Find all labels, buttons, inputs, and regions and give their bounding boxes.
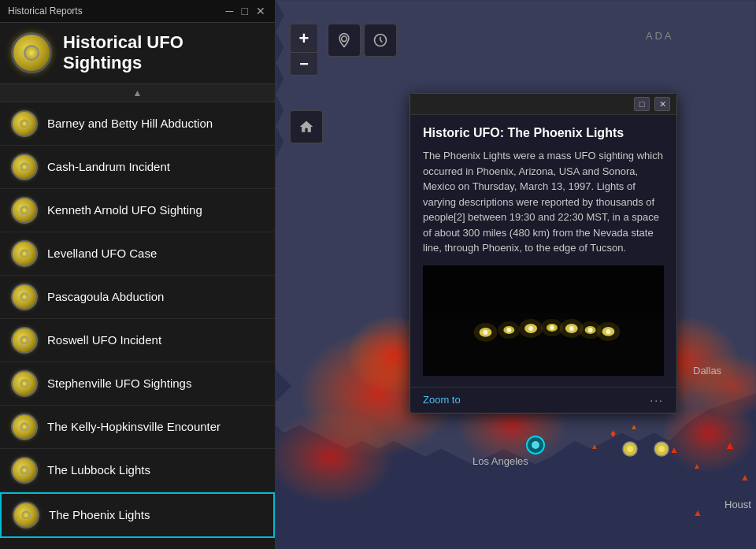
svg-text:▲: ▲ — [693, 507, 702, 518]
list-item-cash-landrum[interactable]: Cash-Landrum Incident — [0, 146, 275, 189]
item-icon-cash-landrum — [11, 154, 38, 180]
map-icon-toolbar — [328, 24, 397, 57]
item-label-stephenville: Stephenville UFO Sightings — [47, 377, 191, 390]
svg-text:▲: ▲ — [740, 472, 750, 483]
zoom-toolbar: + − — [290, 24, 318, 76]
item-icon-dot — [20, 292, 29, 302]
popup-image — [423, 265, 664, 376]
titlebar-controls: ─ □ ✕ — [224, 5, 267, 17]
svg-text:▲: ▲ — [630, 422, 638, 431]
titlebar-label: Historical Reports — [8, 6, 83, 17]
item-icon-dot — [20, 422, 29, 432]
list-item-kelly-hopkinsville[interactable]: The Kelly-Hopkinsville Encounter — [0, 406, 275, 449]
item-icon-dot — [20, 466, 29, 475]
item-icon-roswell — [11, 327, 38, 354]
item-icon-pascagoula — [11, 284, 38, 310]
popup-title: Historic UFO: The Phoenix Lights — [423, 126, 664, 140]
item-icon-levelland — [11, 240, 38, 267]
item-label-levelland: Levelland UFO Case — [47, 247, 157, 260]
item-label-kenneth-arnold: Kenneth Arnold UFO Sighting — [47, 203, 202, 217]
svg-point-58 — [597, 321, 621, 340]
list-item-kenneth-arnold[interactable]: Kenneth Arnold UFO Sighting — [0, 189, 275, 232]
sidebar: Historical Reports ─ □ ✕ Historical UFO … — [0, 0, 276, 549]
item-icon-kenneth-arnold — [11, 197, 38, 224]
zoom-in-button[interactable]: + — [290, 24, 318, 52]
svg-text:▲: ▲ — [591, 442, 598, 451]
popup-close-button[interactable]: ✕ — [654, 97, 670, 111]
item-icon-dot — [20, 249, 29, 258]
zoom-to-link[interactable]: Zoom to — [423, 394, 461, 406]
popup-restore-button[interactable]: □ — [634, 97, 650, 111]
svg-text:▲: ▲ — [693, 462, 701, 470]
svg-text:A   D   A: A D A — [646, 30, 672, 42]
item-icon-lubbock — [11, 457, 38, 484]
sidebar-title: Historical UFO Sightings — [63, 32, 264, 74]
item-icon-dot — [21, 510, 31, 520]
item-label-roswell: Roswell UFO Incident — [47, 333, 161, 347]
svg-point-25 — [532, 441, 539, 449]
list-item-stephenville[interactable]: Stephenville UFO Sightings — [0, 362, 275, 406]
zoom-out-button[interactable]: − — [290, 52, 318, 76]
restore-button[interactable]: □ — [240, 5, 250, 17]
popup-more-button[interactable]: ··· — [650, 394, 664, 406]
clock-icon-button[interactable] — [364, 24, 397, 57]
app-icon — [11, 32, 52, 73]
item-icon-dot — [20, 119, 29, 128]
location-icon-button[interactable] — [328, 24, 361, 57]
item-label-pascagoula: Pascagoula Abduction — [47, 290, 164, 303]
phoenix-lights-popup: □ ✕ Historic UFO: The Phoenix Lights The… — [410, 93, 677, 414]
svg-text:Houst: Houst — [724, 499, 751, 510]
svg-rect-37 — [423, 313, 664, 375]
svg-point-55 — [541, 319, 563, 336]
sightings-list: Barney and Betty Hill AbductionCash-Land… — [0, 102, 275, 549]
popup-text: The Phoenix Lights were a mass UFO sight… — [423, 148, 664, 256]
item-label-cash-landrum: Cash-Landrum Incident — [47, 160, 170, 173]
item-icon-phoenix-lights — [13, 502, 39, 529]
list-item-phoenix-lights[interactable]: The Phoenix Lights — [0, 492, 275, 538]
close-button[interactable]: ✕ — [254, 5, 267, 17]
svg-text:▲: ▲ — [724, 439, 736, 451]
collapse-bar[interactable]: ▲ — [0, 84, 275, 102]
item-label-kelly-hopkinsville: The Kelly-Hopkinsville Encounter — [47, 420, 220, 433]
item-label-phoenix-lights: The Phoenix Lights — [49, 508, 150, 521]
sidebar-header: Historical UFO Sightings — [0, 23, 275, 84]
list-item-lubbock[interactable]: The Lubbock Lights — [0, 449, 275, 492]
list-item-barney-betty[interactable]: Barney and Betty Hill Abduction — [0, 102, 275, 146]
popup-body: Historic UFO: The Phoenix Lights The Pho… — [410, 115, 676, 387]
item-icon-dot — [20, 379, 29, 388]
item-label-lubbock: The Lubbock Lights — [47, 463, 150, 477]
list-item-levelland[interactable]: Levelland UFO Case — [0, 232, 275, 276]
popup-titlebar: □ ✕ — [410, 94, 676, 115]
item-icon-dot — [20, 162, 29, 172]
item-icon-barney-betty — [11, 110, 38, 137]
item-icon-dot — [20, 336, 29, 345]
svg-point-34 — [342, 36, 347, 42]
svg-point-54 — [519, 319, 543, 338]
collapse-arrow-icon: ▲ — [133, 87, 143, 98]
svg-point-2 — [268, 410, 394, 504]
svg-text:Dallas: Dallas — [693, 365, 722, 377]
item-icon-dot — [20, 206, 29, 215]
item-label-barney-betty: Barney and Betty Hill Abduction — [47, 117, 213, 130]
item-icon-kelly-hopkinsville — [11, 414, 38, 440]
sidebar-titlebar: Historical Reports ─ □ ✕ — [0, 0, 275, 23]
home-button[interactable] — [290, 110, 323, 143]
svg-point-53 — [498, 321, 520, 338]
minimize-button[interactable]: ─ — [224, 5, 235, 17]
svg-text:♦: ♦ — [610, 427, 616, 440]
popup-footer: Zoom to ··· — [410, 387, 676, 413]
svg-text:Los Angeles: Los Angeles — [472, 455, 528, 467]
svg-point-52 — [474, 322, 498, 341]
list-item-pascagoula[interactable]: Pascagoula Abduction — [0, 276, 275, 319]
svg-point-29 — [658, 446, 665, 452]
item-icon-stephenville — [11, 370, 38, 397]
list-item-roswell[interactable]: Roswell UFO Incident — [0, 319, 275, 362]
icon-inner — [24, 45, 39, 61]
svg-text:▲: ▲ — [669, 444, 679, 455]
svg-point-27 — [627, 446, 633, 452]
